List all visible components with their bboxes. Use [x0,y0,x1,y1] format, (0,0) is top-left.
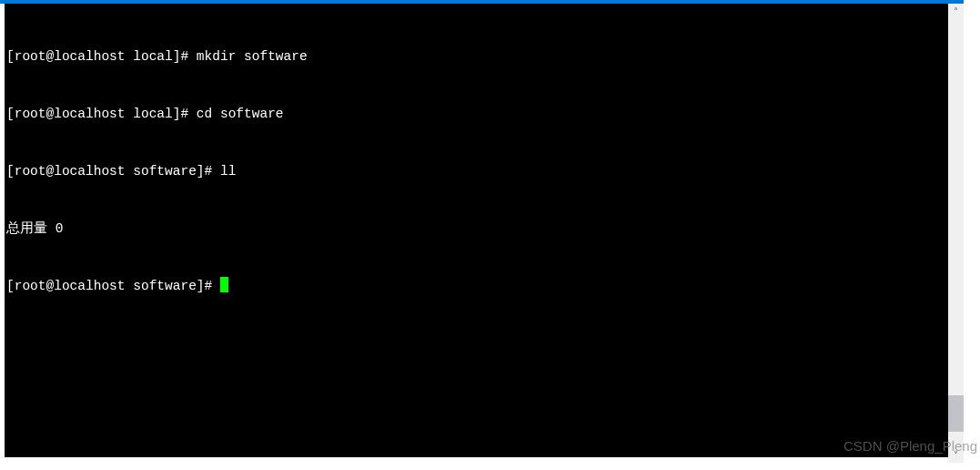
shell-output: 总用量 0 [6,221,63,236]
terminal-line: [root@localhost software]# [6,277,957,296]
shell-prompt: [root@localhost software]# [6,164,220,179]
terminal-window: [root@localhost local]# mkdir software [… [0,0,964,463]
shell-prompt: [root@localhost local]# [6,107,197,121]
shell-prompt: [root@localhost software]# [6,279,220,293]
scroll-up-button[interactable]: ˄ [948,4,964,19]
shell-command: ll [220,164,236,179]
shell-prompt: [root@localhost local]# [6,49,197,64]
terminal-cursor [220,277,228,292]
terminal-line: [root@localhost software]# ll [6,162,957,181]
chevron-up-icon: ˄ [954,6,958,17]
shell-command: cd software [197,107,284,121]
terminal-line: [root@localhost local]# mkdir software [6,47,957,66]
scrollbar-vertical[interactable]: ˄ ˅ [948,4,964,463]
chevron-down-icon: ˅ [954,450,958,461]
terminal-line: [root@localhost local]# cd software [6,105,957,124]
terminal-line: 总用量 0 [6,220,957,239]
terminal-area[interactable]: [root@localhost local]# mkdir software [… [5,4,959,457]
scrollbar-thumb[interactable] [948,395,964,432]
scroll-down-button[interactable]: ˅ [948,447,964,463]
shell-command: mkdir software [197,49,308,64]
